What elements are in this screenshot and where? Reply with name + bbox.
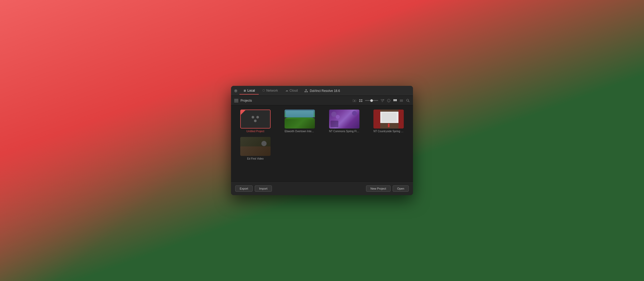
sort-icon[interactable] <box>380 98 385 103</box>
svg-rect-6 <box>361 101 362 102</box>
svg-rect-14 <box>396 100 397 101</box>
list-view-icon[interactable] <box>399 98 403 103</box>
project-thumb-ebworth <box>285 110 315 129</box>
close-button[interactable]: ✕ <box>234 89 237 92</box>
info-icon[interactable]: i <box>387 98 391 103</box>
new-folder-icon[interactable] <box>352 98 357 103</box>
svg-line-19 <box>408 101 409 102</box>
project-item-untitled[interactable]: Untitled Project <box>235 110 276 133</box>
svg-rect-3 <box>359 99 361 100</box>
svg-rect-13 <box>395 100 396 101</box>
project-item-ed-first[interactable]: Ed First Video <box>235 137 276 160</box>
import-button[interactable]: Import <box>255 185 272 192</box>
project-item-ebworth[interactable]: Ebworth Overtown Internal ... <box>280 110 320 133</box>
toolbar-icons: i <box>352 98 410 103</box>
projects-grid: Untitled Project Ebworth Overtown Intern… <box>235 110 409 160</box>
title-bar: ✕ 🖥 Local ⬡ Network ☁ Cloud <box>231 86 413 96</box>
svg-rect-11 <box>396 99 397 100</box>
project-name-nt-countryside: NT Countryside Spring Confe... <box>373 130 404 133</box>
project-name-untitled: Untitled Project <box>246 130 264 133</box>
project-thumb-ed-first <box>240 137 271 156</box>
tab-cloud-label: Cloud <box>290 89 298 92</box>
bottom-bar: Export Import New Project Open <box>231 181 413 195</box>
svg-text:i: i <box>388 100 389 102</box>
app-title-text: DaVinci Resolve 18.6 <box>310 89 340 93</box>
project-name-ebworth: Ebworth Overtown Internal ... <box>285 130 315 133</box>
app-title: DaVinci Resolve 18.6 <box>304 89 340 93</box>
section-label: Projects <box>241 99 252 102</box>
svg-rect-5 <box>359 101 361 102</box>
svg-point-0 <box>305 89 307 91</box>
tab-network-label: Network <box>266 89 278 92</box>
bottom-right-buttons: New Project Open <box>366 185 409 192</box>
app-window: ✕ 🖥 Local ⬡ Network ☁ Cloud <box>231 86 413 195</box>
view-grid-icon[interactable] <box>359 98 363 103</box>
red-corner-badge <box>241 110 246 115</box>
project-thumb-nt-commons <box>329 110 359 129</box>
resolve-logo-icon <box>304 89 308 93</box>
svg-point-1 <box>305 91 306 92</box>
cloud-icon: ☁ <box>285 89 288 92</box>
svg-rect-10 <box>395 99 396 100</box>
content-area: Untitled Project Ebworth Overtown Intern… <box>231 105 413 181</box>
project-item-nt-commons[interactable]: NT Commons Spring Flowers <box>324 110 364 133</box>
svg-point-2 <box>306 91 308 92</box>
network-icon: ⬡ <box>262 89 265 92</box>
svg-rect-9 <box>393 99 395 100</box>
project-name-nt-commons: NT Commons Spring Flowers <box>329 130 359 133</box>
window-controls: ✕ <box>231 89 237 92</box>
tab-local-label: Local <box>247 89 255 92</box>
resolve-dots-icon <box>252 116 259 122</box>
export-button[interactable]: Export <box>235 185 253 192</box>
tab-cloud[interactable]: ☁ Cloud <box>282 87 301 95</box>
bottom-left-buttons: Export Import <box>235 185 272 192</box>
project-name-ed-first: Ed First Video <box>247 157 264 160</box>
grid-view-icon[interactable] <box>393 98 397 103</box>
local-icon: 🖥 <box>243 89 246 92</box>
tab-network[interactable]: ⬡ Network <box>259 87 282 95</box>
title-tabs: 🖥 Local ⬡ Network ☁ Cloud <box>239 87 301 95</box>
search-icon[interactable] <box>406 98 410 103</box>
tab-local[interactable]: 🖥 Local <box>239 87 259 95</box>
sidebar-toggle-button[interactable] <box>234 99 238 102</box>
new-project-button[interactable]: New Project <box>366 185 391 192</box>
project-thumb-nt-countryside <box>373 110 404 129</box>
project-thumb-untitled <box>240 110 271 129</box>
zoom-slider[interactable] <box>365 100 378 101</box>
toolbar: Projects <box>231 96 413 105</box>
svg-rect-12 <box>393 100 395 101</box>
svg-rect-4 <box>361 99 362 100</box>
project-item-nt-countryside[interactable]: NT Countryside Spring Confe... <box>369 110 409 133</box>
open-button[interactable]: Open <box>393 185 409 192</box>
